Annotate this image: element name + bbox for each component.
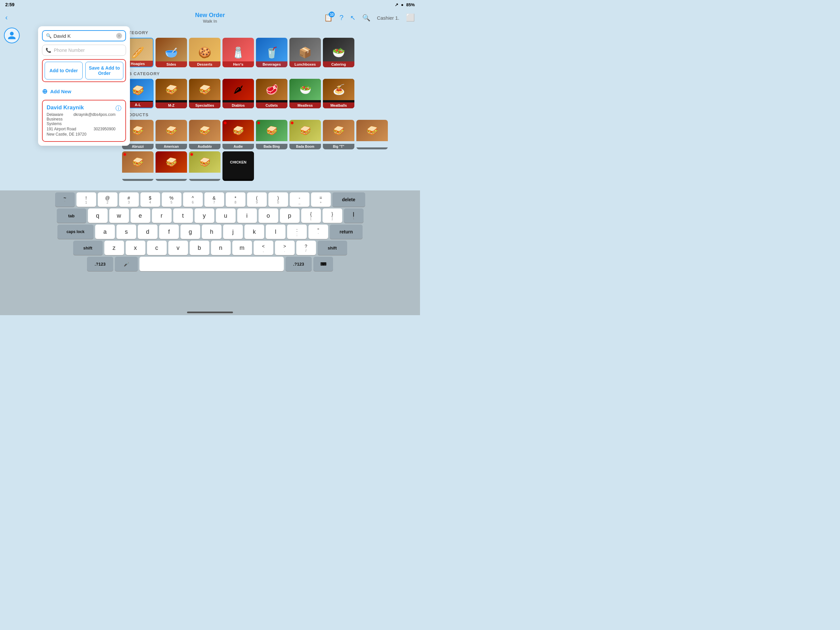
key-s[interactable]: s [117,225,136,239]
key-colon-semicolon[interactable]: :; [287,225,307,239]
key-space[interactable] [139,257,284,271]
key-hash-3[interactable]: #3 [119,192,139,207]
key-exclaim-1[interactable]: !1 [76,192,96,207]
product-item-row2d[interactable]: 🥪 ✱ [189,151,221,181]
key-caret-6[interactable]: ^6 [183,192,203,207]
key-dquote-squote[interactable]: "' [308,225,328,239]
key-e[interactable]: e [131,209,150,223]
key-z[interactable]: z [104,241,124,255]
key-f[interactable]: f [159,225,179,239]
avatar[interactable] [4,28,20,43]
subcategory-item-specialties[interactable]: 🥪 Specialties [189,79,221,108]
key-star-8[interactable]: *8 [226,192,245,207]
key-lt-comma[interactable]: <, [254,241,273,255]
product-item-american[interactable]: 🥪 American [156,120,187,149]
subcategory-item-diablos[interactable]: 🌶 Diablos [223,79,254,108]
key-lbrace-lbracket[interactable]: {[ [301,209,321,223]
cat-label-sides: Sides [156,62,187,67]
logout-icon[interactable]: ⬜ [406,13,415,22]
key-c[interactable]: c [147,241,167,255]
back-button[interactable]: ‹ [5,13,8,22]
key-numsym-right[interactable]: .?123 [286,257,312,271]
key-shift-right[interactable]: shift [317,241,347,255]
key-t[interactable]: t [173,209,193,223]
key-mic[interactable]: 🎤 [115,257,138,271]
key-r[interactable]: r [152,209,172,223]
product-item-audiablo[interactable]: 🥪 Audiablo [189,120,221,149]
key-q[interactable]: q [88,209,107,223]
category-item-herrs[interactable]: 🧂 Herr's [223,38,254,67]
order-badge-wrapper[interactable]: 📋 10 [324,13,333,22]
category-item-beverages[interactable]: 🥤 Beverages [256,38,287,67]
key-y[interactable]: y [194,209,214,223]
product-label-audiablo: Audiablo [189,144,221,149]
key-lparen-9[interactable]: (9 [247,192,267,207]
key-n[interactable]: n [211,241,231,255]
phone-icon: 📞 [46,47,51,53]
key-question-slash[interactable]: ?/ [296,241,316,255]
refresh-icon[interactable]: ↖ [350,14,356,22]
key-tilde-backtick[interactable]: ~` [55,192,75,207]
subcategory-item-meatballs[interactable]: 🍝 Meatballs [323,79,354,108]
key-a[interactable]: a [95,225,115,239]
key-rbrace-rbracket[interactable]: }] [322,209,342,223]
key-u[interactable]: u [216,209,235,223]
product-item-bada-bing[interactable]: 🥪 ✱ Bada Bing [256,120,287,149]
add-to-order-button[interactable]: Add to Order [45,62,83,79]
key-minus-underscore[interactable]: -_ [290,192,309,207]
key-numsym-left[interactable]: .?123 [87,257,113,271]
key-w[interactable]: w [109,209,129,223]
key-h[interactable]: h [202,225,221,239]
category-item-sides[interactable]: 🥣 Sides [156,38,187,67]
key-percent-5[interactable]: %5 [162,192,182,207]
subcategory-item-mz[interactable]: 🥪 M-Z [156,79,187,108]
key-l[interactable]: l [266,225,286,239]
key-rparen-0[interactable]: )0 [268,192,288,207]
category-item-catering[interactable]: 🥗 Catering [323,38,354,67]
product-item-big-t[interactable]: 🥪 Big "T" [323,120,354,149]
key-x[interactable]: x [126,241,145,255]
cat-label-desserts: Desserts [189,62,221,67]
product-item-row2b[interactable]: 🥪 ✱ [122,151,153,181]
key-amp-7[interactable]: &7 [204,192,224,207]
key-delete[interactable]: delete [332,192,365,207]
info-icon[interactable]: ⓘ [115,104,122,112]
search-nav-icon[interactable]: 🔍 [362,14,371,22]
key-v[interactable]: v [168,241,188,255]
key-capslock[interactable]: caps lock [57,225,93,239]
key-k[interactable]: k [245,225,264,239]
help-icon[interactable]: ? [339,13,343,22]
product-item-audie[interactable]: 🥪 ✱ Audie [223,120,254,149]
subcat-bg-diablos: 🌶 [223,79,254,100]
phone-field[interactable]: 📞 Phone Number [42,45,126,56]
key-keyboard-icon[interactable]: ⌨ [313,257,333,271]
subcategory-item-cutlets[interactable]: 🥩 Cutlets [256,79,287,108]
key-i[interactable]: i [237,209,257,223]
search-clear-button[interactable]: ✕ [116,33,122,39]
product-item-chicken[interactable]: CHICKEN [223,151,254,181]
key-at-2[interactable]: @2 [98,192,117,207]
key-p[interactable]: p [280,209,300,223]
key-return[interactable]: return [330,225,363,239]
key-pipe-backslash[interactable]: |\ [344,209,363,223]
key-g[interactable]: g [180,225,200,239]
product-item-bada-boom[interactable]: 🥪 ✱ Bada Boom [289,120,321,149]
key-j[interactable]: j [223,225,243,239]
key-shift-left[interactable]: shift [73,241,103,255]
key-b[interactable]: b [189,241,209,255]
subcategory-item-meatless[interactable]: 🥗 Meatless [289,79,321,108]
key-equals-plus[interactable]: =+ [311,192,331,207]
product-item-row2c[interactable]: 🥪 [156,151,187,181]
key-o[interactable]: o [259,209,278,223]
key-dollar-4[interactable]: $4 [141,192,160,207]
add-new-row[interactable]: ⊕ Add New [42,86,126,97]
search-input[interactable] [54,33,116,39]
category-item-lunchboxes[interactable]: 📦 Lunchboxes [289,38,321,67]
product-item-row2a[interactable]: 🥪 [356,120,388,149]
key-gt-period[interactable]: >. [275,241,295,255]
key-tab[interactable]: tab [57,209,86,223]
key-m[interactable]: m [232,241,252,255]
key-d[interactable]: d [138,225,158,239]
category-item-desserts[interactable]: 🍪 Desserts [189,38,221,67]
save-add-to-order-button[interactable]: Save & Add to Order [85,62,123,79]
